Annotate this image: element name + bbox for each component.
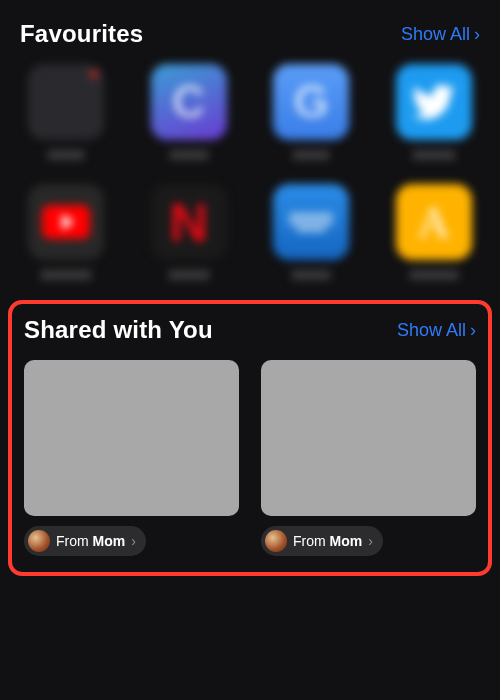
shared-show-all-button[interactable]: Show All › <box>397 320 476 341</box>
chevron-right-icon: › <box>131 533 136 549</box>
shared-card[interactable]: From Mom › <box>24 360 239 556</box>
favourites-header: Favourites Show All › <box>20 20 480 48</box>
favourites-show-all-button[interactable]: Show All › <box>401 24 480 45</box>
favourite-item-canva[interactable]: C <box>143 64 236 160</box>
favourite-label <box>409 270 459 280</box>
from-label: From Mom <box>293 533 362 549</box>
shared-title: Shared with You <box>24 316 213 344</box>
prime-video-icon <box>273 184 349 260</box>
shared-header: Shared with You Show All › <box>24 316 476 344</box>
favourite-label <box>291 270 331 280</box>
favourites-grid: C G N <box>20 64 480 280</box>
shared-thumbnail <box>24 360 239 516</box>
shared-card[interactable]: From Mom › <box>261 360 476 556</box>
youtube-icon <box>28 184 104 260</box>
favourite-label <box>169 150 209 160</box>
favourite-item-youtube[interactable] <box>20 184 113 280</box>
favourite-item-prime[interactable] <box>265 184 358 280</box>
favourite-item-work[interactable] <box>20 64 113 160</box>
favourites-show-all-label: Show All <box>401 24 470 45</box>
favourite-item-twitter[interactable] <box>388 64 481 160</box>
favourite-item-netflix[interactable]: N <box>143 184 236 280</box>
work-folder-icon <box>28 64 104 140</box>
chevron-right-icon: › <box>474 25 480 43</box>
favourite-label <box>47 150 85 160</box>
chevron-right-icon: › <box>368 533 373 549</box>
favourite-label <box>292 150 330 160</box>
from-label: From Mom <box>56 533 125 549</box>
chevron-right-icon: › <box>470 321 476 339</box>
from-contact-pill[interactable]: From Mom › <box>24 526 146 556</box>
favourite-item-amazon[interactable]: A <box>388 184 481 280</box>
from-contact-pill[interactable]: From Mom › <box>261 526 383 556</box>
avatar-icon <box>28 530 50 552</box>
favourites-title: Favourites <box>20 20 143 48</box>
favourite-label <box>40 270 92 280</box>
shared-with-you-section: Shared with You Show All › From Mom › Fr… <box>8 300 492 576</box>
twitter-icon <box>396 64 472 140</box>
favourite-label <box>412 150 456 160</box>
netflix-icon: N <box>151 184 227 260</box>
favourite-item-gmail[interactable]: G <box>265 64 358 160</box>
amazon-icon: A <box>396 184 472 260</box>
canva-icon: C <box>151 64 227 140</box>
favourite-label <box>168 270 210 280</box>
shared-show-all-label: Show All <box>397 320 466 341</box>
avatar-icon <box>265 530 287 552</box>
shared-thumbnail <box>261 360 476 516</box>
google-icon: G <box>273 64 349 140</box>
shared-cards-row: From Mom › From Mom › <box>24 360 476 556</box>
favourites-section: Favourites Show All › C G <box>0 0 500 280</box>
